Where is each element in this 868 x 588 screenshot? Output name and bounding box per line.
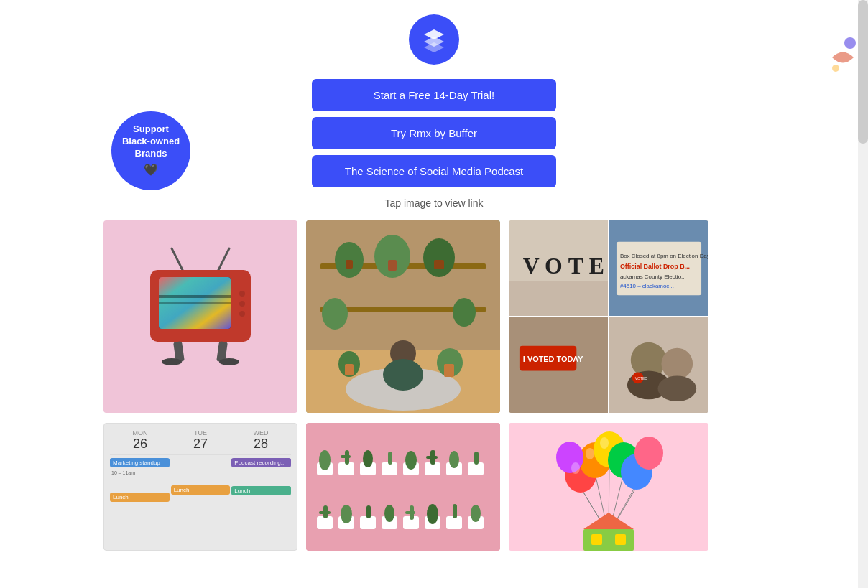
svg-marker-2	[424, 42, 444, 52]
svg-point-16	[219, 358, 239, 365]
tv-image[interactable]	[103, 220, 297, 413]
buffer-logo-icon	[421, 27, 447, 52]
wed-label: WED	[231, 429, 291, 437]
voting-collage[interactable]: VOTE Box Closed at 8pm on Election Day O…	[509, 220, 708, 413]
rmx-button[interactable]: Try Rmx by Buffer	[312, 117, 556, 149]
svg-rect-62	[341, 455, 351, 458]
svg-rect-114	[591, 534, 602, 545]
podcast-event: Podcast recording...	[231, 458, 291, 467]
svg-rect-21	[346, 260, 353, 269]
support-label-line2: Black-owned	[122, 136, 180, 148]
svg-point-15	[162, 358, 182, 365]
marketing-standup-event: Marketing standup	[110, 458, 170, 467]
calendar-content: MON 26 TUE 27 WED 28	[104, 424, 297, 509]
balloons-image[interactable]	[509, 423, 708, 551]
lunch-wed-event: Lunch	[231, 486, 291, 495]
plants-image[interactable]	[306, 220, 500, 413]
svg-rect-25	[434, 260, 444, 269]
cal-rows: Marketing standup 10 – 11am Lunch Lunch …	[110, 458, 291, 503]
svg-rect-91	[453, 504, 457, 518]
svg-point-22	[374, 235, 410, 278]
svg-rect-112	[583, 529, 634, 551]
svg-point-11	[239, 301, 245, 307]
svg-rect-57	[306, 423, 500, 551]
svg-rect-8	[159, 295, 231, 298]
support-black-owned-button[interactable]: Support Black-owned Brands 🖤	[111, 111, 190, 190]
cacti-image[interactable]	[306, 423, 500, 551]
podcast-button[interactable]: The Science of Social Media Podcast	[312, 155, 556, 187]
svg-point-64	[363, 450, 373, 467]
image-grid-row2: MON 26 TUE 27 WED 28	[103, 423, 765, 551]
svg-text:#4510 – clackamoc...: #4510 – clackamoc...	[620, 283, 674, 289]
svg-text:Official Ballot Drop B...: Official Ballot Drop B...	[620, 263, 690, 270]
svg-point-59	[319, 450, 331, 470]
support-label-line3: Brands	[135, 148, 167, 160]
svg-rect-35	[444, 364, 454, 377]
mon-num: 26	[110, 437, 170, 452]
svg-rect-9	[159, 302, 231, 304]
svg-point-27	[453, 298, 476, 327]
svg-point-84	[384, 505, 394, 522]
support-label-line1: Support	[133, 123, 169, 136]
scrollbar[interactable]	[858, 0, 868, 588]
svg-rect-71	[426, 456, 438, 459]
cal-events-mon: Marketing standup 10 – 11am Lunch	[110, 458, 170, 503]
svg-rect-82	[366, 505, 371, 518]
vote-cell-2: Box Closed at 8pm on Election Day Offici…	[609, 220, 708, 316]
vote-cell-1: VOTE	[509, 220, 608, 316]
svg-point-80	[341, 505, 352, 523]
plants-illustration	[306, 220, 500, 413]
lunch-mon-event: Lunch	[110, 493, 170, 502]
vote-cell-3: I VOTED TODAY	[509, 317, 608, 413]
svg-point-108	[634, 437, 663, 470]
cacti-illustration	[306, 423, 500, 551]
svg-line-3	[172, 248, 183, 270]
svg-point-50	[661, 348, 693, 380]
svg-text:Box Closed at 8pm on Election : Box Closed at 8pm on Election Day	[620, 253, 708, 259]
image-grid-row1: VOTE Box Closed at 8pm on Election Day O…	[103, 220, 765, 413]
svg-rect-87	[405, 511, 415, 514]
svg-point-26	[322, 298, 348, 330]
standup-time: 10 – 11am	[110, 470, 170, 475]
svg-point-12	[239, 311, 245, 317]
svg-line-4	[218, 248, 229, 270]
svg-text:VOTE: VOTE	[523, 253, 608, 279]
svg-point-10	[239, 291, 245, 297]
svg-rect-23	[388, 260, 397, 271]
vote-cell-4: VOTED	[609, 317, 708, 413]
svg-rect-115	[615, 534, 626, 545]
trial-button[interactable]: Start a Free 14-Day Trial!	[312, 79, 556, 111]
svg-rect-33	[345, 364, 354, 375]
balloons-illustration	[509, 423, 708, 551]
svg-rect-75	[474, 452, 479, 465]
cal-col-tue: TUE 27	[170, 429, 231, 452]
buffer-logo	[409, 14, 459, 65]
svg-point-111	[600, 437, 609, 449]
heart-icon: 🖤	[144, 163, 158, 178]
svg-point-52	[658, 375, 697, 401]
cal-events-tue: Lunch	[171, 458, 231, 503]
svg-text:ackamas County Electio...: ackamas County Electio...	[620, 274, 686, 280]
svg-point-73	[449, 451, 459, 468]
svg-rect-38	[509, 281, 608, 316]
lunch-tue-event: Lunch	[171, 485, 231, 495]
tv-illustration	[121, 245, 280, 388]
svg-point-110	[586, 448, 594, 459]
scrollbar-thumb[interactable]	[858, 0, 868, 144]
mon-label: MON	[110, 429, 170, 437]
cal-events-wed: Podcast recording... Lunch	[231, 458, 291, 503]
svg-rect-78	[319, 511, 331, 514]
tap-text: Tap image to view link	[385, 197, 484, 209]
calendar-image[interactable]: MON 26 TUE 27 WED 28	[103, 423, 297, 551]
svg-text:VOTED: VOTED	[635, 377, 647, 381]
buttons-section: Start a Free 14-Day Trial! Try Rmx by Bu…	[312, 79, 556, 187]
cal-col-mon: MON 26	[110, 429, 170, 452]
svg-rect-66	[388, 452, 392, 465]
tue-label: TUE	[170, 429, 231, 437]
cal-col-wed: WED 28	[231, 429, 291, 452]
svg-point-93	[471, 505, 481, 522]
svg-point-68	[405, 451, 417, 470]
svg-point-89	[427, 504, 438, 524]
svg-point-24	[423, 238, 455, 277]
cal-header: MON 26 TUE 27 WED 28	[110, 429, 291, 452]
